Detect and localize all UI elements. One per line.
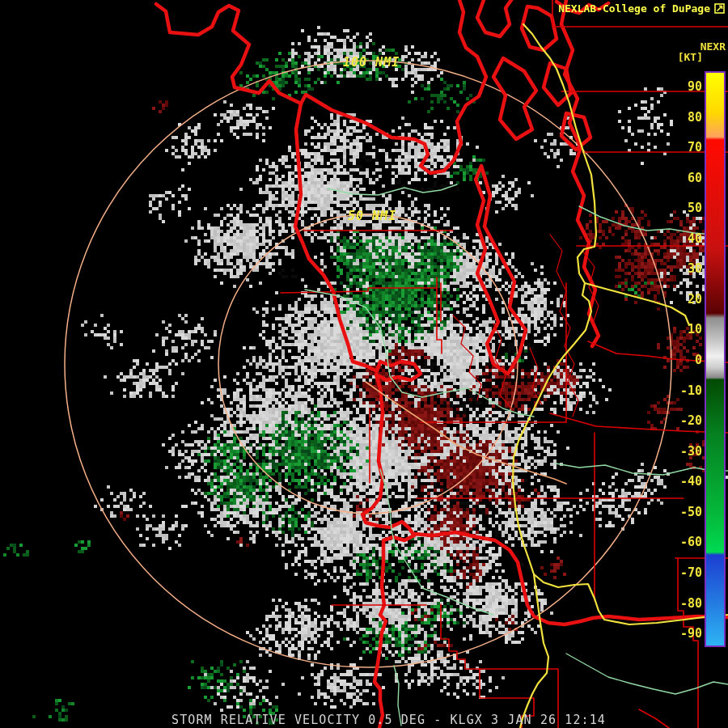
range-ring-label: 100 NMI <box>343 55 400 70</box>
map-line-road_y <box>585 283 689 325</box>
map-line-county <box>639 709 669 728</box>
map-line-river <box>556 463 728 475</box>
map-line-river <box>328 184 457 195</box>
range-ring-label: 50 NMI <box>348 209 396 223</box>
map-line-coast <box>477 0 511 36</box>
map-line-river <box>579 206 712 235</box>
range-ring <box>218 214 518 514</box>
map-line-county <box>678 558 698 728</box>
map-line-coast <box>295 104 421 728</box>
map-line-coast <box>301 0 486 173</box>
brand-text: NEXLAB-College of DuPage <box>558 2 710 15</box>
colorbar-title: NEXR <box>700 40 726 53</box>
map-line-coast <box>156 4 301 104</box>
map-overlay: 50 NMI100 NMI <box>0 0 728 728</box>
map-line-contour <box>550 235 578 417</box>
product-title: STORM RELATIVE VELOCITY 0.5 DEG - KLGX 3… <box>171 713 606 727</box>
external-link-icon <box>714 3 725 14</box>
brand-link[interactable]: NEXLAB-College of DuPage <box>558 2 725 15</box>
radar-viewer: 50 NMI100 NMI NEXLAB-College of DuPage N… <box>0 0 728 728</box>
map-line-contour <box>453 315 481 400</box>
map-line-county <box>281 288 437 293</box>
map-line-county <box>550 413 728 433</box>
map-line-road_y <box>513 24 728 624</box>
map-line-river <box>305 290 534 417</box>
colorbar-gradient <box>705 71 726 647</box>
map-line-coast <box>561 113 590 150</box>
colorbar-units: [KT] <box>678 51 703 63</box>
map-line-road_o <box>366 382 566 484</box>
map-line-river <box>566 654 728 694</box>
map-line-county <box>441 604 480 669</box>
map-line-river <box>380 469 493 615</box>
